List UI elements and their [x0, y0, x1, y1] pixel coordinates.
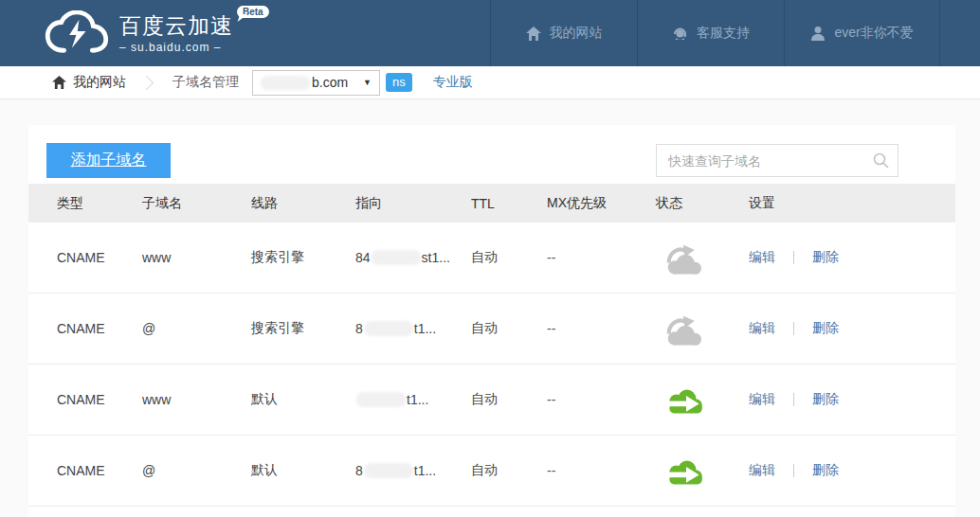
breadcrumb-section-label: 子域名管理	[172, 74, 239, 91]
delete-link[interactable]: 删除	[812, 320, 839, 337]
cell-type: CNAME	[57, 463, 142, 478]
home-icon	[526, 27, 541, 41]
brand-title: 百度云加速	[119, 13, 233, 38]
target-suffix: st1...	[422, 250, 450, 265]
chevron-down-icon: ▼	[363, 78, 372, 87]
search-input[interactable]	[656, 144, 898, 177]
toolbar: 添加子域名	[28, 125, 955, 184]
cell-ttl: 自动	[471, 320, 547, 337]
redacted-target-blur	[364, 321, 413, 336]
cloud-lightning-icon	[44, 10, 110, 56]
cell-mx-priority: --	[547, 250, 656, 265]
cell-target: 8 t1...	[355, 463, 471, 478]
cell-subdomain: www	[142, 250, 251, 265]
edit-link[interactable]: 编辑	[749, 462, 775, 479]
status-cloud-icon[interactable]	[660, 239, 705, 276]
nav-user-account[interactable]: ever非你不爱	[784, 0, 940, 66]
edit-link[interactable]: 编辑	[749, 249, 775, 266]
domain-select[interactable]: b.com ▼	[252, 70, 380, 96]
status-cloud-icon[interactable]	[660, 452, 705, 490]
main-content: 添加子域名 类型 子域名 线路 指向 TTL MX优先级 状态 设置 CNAME…	[0, 99, 980, 517]
cell-type: CNAME	[57, 392, 142, 407]
action-divider	[793, 393, 794, 406]
delete-link[interactable]: 删除	[812, 249, 839, 266]
redacted-domain-blur	[261, 76, 310, 90]
cell-ttl: 自动	[471, 249, 547, 266]
brand-subtitle: – su.baidu.com –	[119, 41, 269, 54]
cell-type: CNAME	[57, 250, 142, 265]
cell-line: 默认	[251, 391, 355, 408]
col-header-ttl: TTL	[471, 196, 547, 211]
ns-badge[interactable]: ns	[386, 73, 412, 92]
chevron-right-icon	[139, 75, 154, 90]
nav-item-label: ever非你不爱	[834, 25, 913, 42]
gray-cloud-bypass-icon	[660, 239, 705, 276]
redacted-target-blur	[364, 463, 413, 478]
target-prefix: 84	[355, 250, 371, 265]
redacted-target-blur	[372, 250, 421, 265]
search-icon[interactable]	[873, 152, 889, 169]
table-body: CNAME www 搜索引擎 84 st1... 自动 --	[28, 223, 955, 507]
edit-link[interactable]: 编辑	[749, 320, 775, 337]
action-divider	[793, 322, 794, 335]
cell-mx-priority: --	[547, 392, 656, 407]
add-subdomain-button[interactable]: 添加子域名	[46, 143, 171, 178]
home-icon	[52, 76, 66, 89]
plan-link[interactable]: 专业版	[433, 74, 473, 91]
nav-my-websites[interactable]: 我的网站	[490, 0, 637, 66]
target-suffix: t1...	[414, 321, 436, 336]
target-prefix: 8	[355, 321, 363, 336]
target-suffix: t1...	[414, 463, 436, 478]
top-navbar: 百度云加速 Beta – su.baidu.com – 我的网站 客服支持	[0, 0, 980, 66]
cell-type: CNAME	[57, 321, 142, 336]
target-prefix: 8	[355, 463, 363, 478]
cell-line: 搜索引擎	[251, 320, 355, 337]
green-cloud-arrow-icon	[660, 381, 705, 419]
col-header-line: 线路	[251, 195, 355, 212]
domain-select-value: b.com	[312, 75, 348, 90]
delete-link[interactable]: 删除	[812, 462, 839, 479]
cell-subdomain: @	[142, 321, 251, 336]
edit-link[interactable]: 编辑	[749, 391, 775, 408]
nav-item-label: 客服支持	[697, 25, 750, 42]
cell-ttl: 自动	[471, 462, 547, 479]
delete-link[interactable]: 删除	[812, 391, 839, 408]
cell-target: 84 st1...	[355, 250, 471, 265]
cell-target: t1...	[355, 392, 471, 407]
action-divider	[793, 464, 794, 477]
cell-ttl: 自动	[471, 391, 547, 408]
cell-actions: 编辑 删除	[749, 391, 955, 408]
table-row: CNAME @ 搜索引擎 8 t1... 自动 --	[28, 294, 955, 365]
action-divider	[793, 251, 794, 264]
nav-item-label: 我的网站	[550, 25, 603, 42]
table-row: CNAME www 搜索引擎 84 st1... 自动 --	[28, 223, 955, 294]
status-cloud-icon[interactable]	[660, 310, 705, 348]
breadcrumb: 我的网站 子域名管理 b.com ▼ ns 专业版	[0, 66, 980, 99]
subdomain-card: 添加子域名 类型 子域名 线路 指向 TTL MX优先级 状态 设置 CNAME…	[28, 125, 955, 517]
table-row: CNAME @ 默认 8 t1... 自动 --	[28, 436, 955, 507]
table-header: 类型 子域名 线路 指向 TTL MX优先级 状态 设置	[28, 184, 955, 223]
cell-mx-priority: --	[547, 463, 656, 478]
cell-actions: 编辑 删除	[749, 320, 955, 337]
breadcrumb-home[interactable]: 我的网站	[52, 74, 126, 91]
status-cloud-icon[interactable]	[660, 381, 705, 419]
target-suffix: t1...	[407, 392, 428, 407]
breadcrumb-home-label: 我的网站	[73, 74, 126, 91]
beta-badge: Beta	[237, 6, 269, 18]
green-cloud-arrow-icon	[660, 452, 705, 490]
cell-subdomain: @	[142, 463, 251, 478]
cell-actions: 编辑 删除	[749, 462, 955, 479]
gray-cloud-bypass-icon	[660, 310, 705, 348]
brand-logo[interactable]: 百度云加速 Beta – su.baidu.com –	[0, 0, 490, 66]
cell-mx-priority: --	[547, 321, 656, 336]
cell-subdomain: www	[142, 392, 251, 407]
nav-support[interactable]: 客服支持	[637, 0, 784, 66]
col-header-status: 状态	[656, 195, 749, 212]
col-header-settings: 设置	[749, 195, 955, 212]
col-header-type: 类型	[57, 195, 142, 212]
col-header-subdomain: 子域名	[142, 195, 251, 212]
col-header-target: 指向	[355, 195, 471, 212]
redacted-target-blur	[356, 392, 406, 407]
cell-target: 8 t1...	[355, 321, 471, 336]
table-row: CNAME www 默认 t1... 自动 --	[28, 365, 955, 436]
